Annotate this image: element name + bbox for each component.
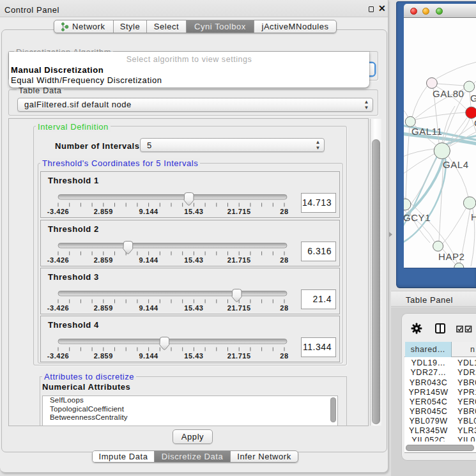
svg-text:28: 28 (280, 208, 288, 215)
svg-text:9.144: 9.144 (139, 256, 158, 263)
svg-text:GA: GA (470, 93, 476, 104)
svg-text:9.144: 9.144 (139, 303, 158, 311)
svg-text:2.859: 2.859 (94, 256, 113, 263)
svg-text:9.144: 9.144 (139, 351, 158, 359)
svg-text:H: H (471, 211, 476, 222)
svg-text:9.144: 9.144 (139, 208, 158, 215)
svg-text:-3.426: -3.426 (47, 303, 70, 311)
svg-text:2.859: 2.859 (94, 303, 113, 311)
svg-text:21.715: 21.715 (227, 351, 251, 359)
svg-text:21.715: 21.715 (227, 208, 251, 215)
svg-text:GAL11: GAL11 (411, 126, 442, 137)
svg-text:28: 28 (280, 351, 288, 359)
svg-text:15.43: 15.43 (184, 303, 203, 311)
svg-text:-3.426: -3.426 (47, 351, 70, 359)
svg-text:GAL80: GAL80 (433, 88, 464, 99)
svg-text:2.859: 2.859 (94, 208, 113, 215)
svg-text:21.715: 21.715 (227, 256, 251, 263)
svg-text:28: 28 (280, 303, 288, 311)
svg-text:2.859: 2.859 (94, 351, 113, 359)
svg-text:28: 28 (280, 256, 288, 263)
svg-text:-3.426: -3.426 (47, 208, 70, 215)
svg-text:GCY1: GCY1 (404, 212, 431, 223)
svg-text:21.715: 21.715 (227, 303, 251, 311)
svg-text:HAP2: HAP2 (438, 251, 464, 262)
svg-text:15.43: 15.43 (184, 208, 203, 215)
svg-text:15.43: 15.43 (184, 256, 203, 263)
svg-text:-3.426: -3.426 (47, 256, 70, 263)
svg-text:GAL4: GAL4 (443, 159, 469, 170)
svg-text:15.43: 15.43 (184, 351, 203, 359)
